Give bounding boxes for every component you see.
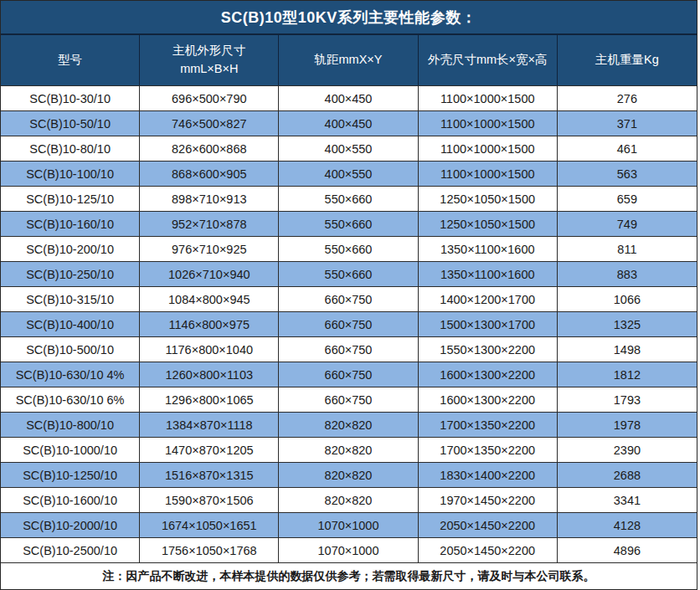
value-cell: 1674×1050×1651 — [140, 513, 279, 537]
value-cell: 1516×870×1315 — [140, 463, 279, 487]
value-cell: 1550×1300×2200 — [419, 337, 558, 362]
value-cell: 1100×1000×1500 — [419, 86, 558, 110]
value-cell: 1400×1200×1700 — [419, 287, 558, 311]
value-cell: 1970×1450×2200 — [419, 488, 558, 512]
table-row: SC(B)10-50/10746×500×827400×4501100×1000… — [1, 111, 697, 136]
table-row: SC(B)10-630/10 6%1296×800×1065660×750160… — [1, 387, 697, 413]
table-row: SC(B)10-1250/101516×870×1315820×8201830×… — [1, 463, 697, 488]
value-cell: 746×500×827 — [140, 111, 279, 136]
page-title: SC(B)10型10KV系列主要性能参数： — [1, 1, 697, 35]
value-cell: 1830×1400×2200 — [419, 463, 558, 487]
value-cell: 371 — [558, 111, 697, 136]
table-row: SC(B)10-400/101146×800×975660×7501500×13… — [1, 312, 697, 337]
value-cell: 660×750 — [279, 312, 418, 336]
value-cell: 1384×870×1118 — [140, 413, 279, 437]
model-cell: SC(B)10-160/10 — [1, 212, 140, 236]
value-cell: 1700×1350×2200 — [419, 438, 558, 462]
value-cell: 660×750 — [279, 362, 418, 387]
value-cell: 550×660 — [279, 237, 418, 261]
table-row: SC(B)10-1600/101590×870×1506820×8201970×… — [1, 488, 697, 513]
value-cell: 660×750 — [279, 387, 418, 412]
model-cell: SC(B)10-1600/10 — [1, 488, 140, 512]
value-cell: 660×750 — [279, 337, 418, 362]
value-cell: 1250×1050×1500 — [419, 212, 558, 236]
value-cell: 550×660 — [279, 262, 418, 286]
value-cell: 1026×710×940 — [140, 262, 279, 286]
value-cell: 276 — [558, 86, 697, 110]
value-cell: 659 — [558, 187, 697, 211]
value-cell: 976×710×925 — [140, 237, 279, 261]
value-cell: 4896 — [558, 538, 697, 562]
value-cell: 563 — [558, 162, 697, 186]
column-header: 主机重量Kg — [558, 35, 697, 85]
spec-sheet: SC(B)10型10KV系列主要性能参数： 型号主机外形尺寸 mmL×B×H轨距… — [0, 0, 697, 590]
value-cell: 883 — [558, 262, 697, 286]
value-cell: 2050×1450×2200 — [419, 513, 558, 537]
value-cell: 811 — [558, 237, 697, 261]
value-cell: 696×500×790 — [140, 86, 279, 110]
model-cell: SC(B)10-315/10 — [1, 287, 140, 311]
value-cell: 1600×1300×2200 — [419, 387, 558, 412]
table-row: SC(B)10-125/10898×710×913550×6601250×105… — [1, 187, 697, 212]
value-cell: 660×750 — [279, 287, 418, 311]
model-cell: SC(B)10-50/10 — [1, 111, 140, 136]
table-header-row: 型号主机外形尺寸 mmL×B×H轨距mmX×Y外壳尺寸mm长×宽×高主机重量Kg — [1, 35, 697, 86]
model-cell: SC(B)10-2000/10 — [1, 513, 140, 537]
table-row: SC(B)10-2000/101674×1050×16511070×100020… — [1, 513, 697, 538]
model-cell: SC(B)10-1250/10 — [1, 463, 140, 487]
table-row: SC(B)10-630/10 4%1260×800×1103660×750160… — [1, 362, 697, 387]
value-cell: 2050×1450×2200 — [419, 538, 558, 562]
table-row: SC(B)10-80/10826×600×868400×5501100×1000… — [1, 136, 697, 162]
model-cell: SC(B)10-400/10 — [1, 312, 140, 336]
model-cell: SC(B)10-800/10 — [1, 413, 140, 437]
value-cell: 400×450 — [279, 86, 418, 110]
value-cell: 1260×800×1103 — [140, 362, 279, 387]
value-cell: 2390 — [558, 438, 697, 462]
value-cell: 1470×870×1205 — [140, 438, 279, 462]
table-row: SC(B)10-100/10868×600×905400×5501100×100… — [1, 162, 697, 187]
table-row: SC(B)10-500/101176×800×1040660×7501550×1… — [1, 337, 697, 362]
value-cell: 1756×1050×1768 — [140, 538, 279, 562]
value-cell: 1176×800×1040 — [140, 337, 279, 362]
table-row: SC(B)10-1000/101470×870×1205820×8201700×… — [1, 438, 697, 463]
value-cell: 1250×1050×1500 — [419, 187, 558, 211]
table-row: SC(B)10-160/10952×710×878550×6601250×105… — [1, 212, 697, 237]
value-cell: 1498 — [558, 337, 697, 362]
table-note: 注：因产品不断改进，本样本提供的数据仅供参考；若需取得最新尺寸，请及时与本公司联… — [1, 563, 697, 589]
table-row: SC(B)10-200/10976×710×925550×6601350×110… — [1, 237, 697, 262]
column-header: 主机外形尺寸 mmL×B×H — [140, 35, 279, 85]
value-cell: 1100×1000×1500 — [419, 111, 558, 136]
value-cell: 749 — [558, 212, 697, 236]
model-cell: SC(B)10-80/10 — [1, 136, 140, 161]
model-cell: SC(B)10-630/10 6% — [1, 387, 140, 412]
value-cell: 1793 — [558, 387, 697, 412]
value-cell: 461 — [558, 136, 697, 161]
value-cell: 1100×1000×1500 — [419, 162, 558, 186]
value-cell: 820×820 — [279, 488, 418, 512]
table-row: SC(B)10-250/101026×710×940550×6601350×11… — [1, 262, 697, 287]
value-cell: 4128 — [558, 513, 697, 537]
value-cell: 1100×1000×1500 — [419, 136, 558, 161]
table-row: SC(B)10-2500/101756×1050×17681070×100020… — [1, 538, 697, 563]
column-header: 轨距mmX×Y — [279, 35, 418, 85]
value-cell: 1978 — [558, 413, 697, 437]
value-cell: 400×450 — [279, 111, 418, 136]
table-row: SC(B)10-315/101084×800×945660×7501400×12… — [1, 287, 697, 312]
value-cell: 820×820 — [279, 438, 418, 462]
value-cell: 3341 — [558, 488, 697, 512]
model-cell: SC(B)10-500/10 — [1, 337, 140, 362]
value-cell: 868×600×905 — [140, 162, 279, 186]
model-cell: SC(B)10-1000/10 — [1, 438, 140, 462]
value-cell: 1700×1350×2200 — [419, 413, 558, 437]
table-row: SC(B)10-800/101384×870×1118820×8201700×1… — [1, 413, 697, 438]
value-cell: 1350×1100×1600 — [419, 237, 558, 261]
model-cell: SC(B)10-125/10 — [1, 187, 140, 211]
column-header: 型号 — [1, 35, 140, 85]
value-cell: 1325 — [558, 312, 697, 336]
value-cell: 550×660 — [279, 187, 418, 211]
model-cell: SC(B)10-630/10 4% — [1, 362, 140, 387]
value-cell: 1070×1000 — [279, 538, 418, 562]
value-cell: 400×550 — [279, 162, 418, 186]
value-cell: 400×550 — [279, 136, 418, 161]
value-cell: 1070×1000 — [279, 513, 418, 537]
